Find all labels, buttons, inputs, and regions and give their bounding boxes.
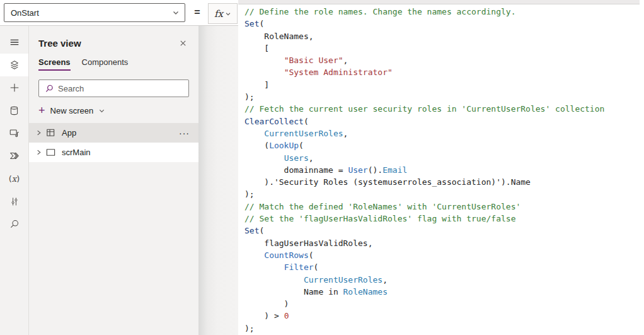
code-segment: ( (314, 262, 319, 272)
code-segment: ) > (244, 311, 284, 320)
code-line: [ (244, 42, 604, 54)
code-line: Set( (244, 225, 604, 237)
tree-item-scrMain[interactable]: scrMain (29, 143, 198, 162)
code-segment: ).'Security Roles (systemuserroles_assoc… (244, 177, 531, 187)
code-segment: "System Administrator" (284, 68, 393, 77)
code-line: CurrentUserRoles, (244, 274, 604, 286)
code-line: domainname = User().Email (244, 164, 604, 176)
code-segment: Filter (284, 262, 314, 272)
search-input[interactable] (58, 84, 183, 93)
code-segment: , (382, 275, 388, 285)
chevron-right-icon[interactable] (35, 129, 45, 136)
close-icon (179, 39, 187, 47)
code-segment: Set (244, 226, 259, 235)
new-screen-label: New screen (50, 106, 94, 115)
tree-item-list: App···scrMain (29, 123, 198, 162)
rail-item-data[interactable] (0, 99, 28, 122)
code-line: // Define the role names. Change the nam… (244, 6, 604, 18)
code-line: flagUserHasValidRoles, (244, 237, 604, 249)
code-line: Filter( (244, 261, 604, 273)
chevron-right-icon[interactable] (35, 149, 45, 156)
code-line: ) (244, 298, 604, 310)
property-selector-value: OnStart (11, 8, 172, 18)
fx-formula-button[interactable]: fx (208, 3, 238, 24)
variables-icon: (x) (9, 173, 20, 184)
code-segment: , (343, 129, 348, 138)
rail-item-variables[interactable]: (x) (0, 167, 28, 190)
rail-item-hamburger-menu[interactable] (0, 31, 28, 54)
insert-icon (9, 82, 20, 93)
code-segment: "Basic User" (284, 56, 343, 65)
chevron-down-icon (98, 107, 105, 114)
code-segment: // Set the 'flagUserHasValidRoles' flag … (244, 214, 515, 223)
rail-item-tree-view[interactable] (0, 54, 28, 76)
code-segment: RoleNames (343, 287, 388, 297)
power-automate-icon (9, 150, 20, 162)
fx-icon: fx (214, 8, 223, 20)
code-segment: // Fetch the current user security roles… (244, 104, 604, 114)
tree-item-App[interactable]: App··· (29, 123, 198, 143)
new-screen-button[interactable]: + New screen (38, 103, 189, 118)
screen-icon (45, 147, 62, 158)
code-segment: ( (299, 141, 304, 150)
code-line: (LookUp( (244, 139, 604, 151)
code-segment: domainname = (244, 165, 348, 175)
code-segment: ); (244, 189, 255, 199)
tab-components[interactable]: Components (82, 57, 129, 71)
code-segment (244, 262, 284, 272)
code-line: ); (244, 188, 604, 200)
code-segment (244, 129, 264, 138)
code-segment: ( (259, 226, 264, 235)
code-line: "System Administrator" (244, 66, 604, 78)
code-line: CountRows( (244, 249, 604, 261)
rail-item-media[interactable] (0, 122, 28, 144)
code-line: ClearCollect( (244, 115, 604, 127)
code-segment: ( (259, 19, 264, 28)
code-segment (244, 250, 264, 260)
code-segment: User (348, 165, 367, 175)
app-icon (45, 127, 62, 138)
code-segment: (). (368, 165, 382, 175)
close-panel-button[interactable] (176, 36, 190, 50)
tree-view-tabs: Screens Components (29, 56, 198, 77)
code-segment (244, 275, 304, 285)
code-segment (244, 56, 284, 65)
tab-screens[interactable]: Screens (38, 57, 71, 71)
chevron-down-icon (225, 11, 231, 17)
plus-icon: + (38, 105, 45, 115)
formula-bar-resize-handle[interactable] (238, 0, 640, 4)
code-line: Users, (244, 152, 604, 164)
rail-item-advanced-tools[interactable] (0, 190, 28, 213)
code-segment: CountRows (264, 250, 308, 260)
code-segment: ) (244, 299, 289, 309)
equals-sign: = (189, 0, 205, 25)
code-segment: [ (244, 44, 269, 53)
more-options-button[interactable]: ··· (178, 128, 191, 138)
code-segment: , (309, 153, 314, 163)
code-line: ) > 0 (244, 310, 604, 322)
code-segment: ( (309, 250, 314, 260)
panel-title: Tree view (38, 38, 176, 49)
code-segment (244, 68, 284, 77)
code-line: // Fetch the current user security roles… (244, 103, 604, 115)
code-line: Set( (244, 18, 604, 30)
code-segment: Name in (244, 287, 343, 297)
rail-item-power-automate[interactable] (0, 144, 28, 167)
rail-item-search[interactable] (0, 213, 28, 235)
left-navigation-rail: (x) (0, 26, 29, 335)
property-selector-dropdown[interactable]: OnStart (4, 3, 185, 22)
advanced-tools-icon (9, 196, 20, 207)
code-line: ); (244, 91, 604, 103)
code-segment: Email (382, 165, 407, 175)
media-icon (9, 127, 20, 139)
tree-view-header: Tree view (29, 26, 198, 56)
code-segment (244, 153, 284, 163)
code-segment: // Match the defined 'RoleNames' with 'C… (244, 202, 520, 211)
formula-code-editor[interactable]: // Define the role names. Change the nam… (238, 0, 644, 335)
code-line: Name in RoleNames (244, 286, 604, 298)
code-line: ] (244, 79, 604, 91)
code-segment: ); (244, 92, 255, 102)
rail-item-insert[interactable] (0, 76, 28, 99)
tree-search-box[interactable] (38, 79, 189, 97)
code-segment: ( (244, 141, 269, 150)
